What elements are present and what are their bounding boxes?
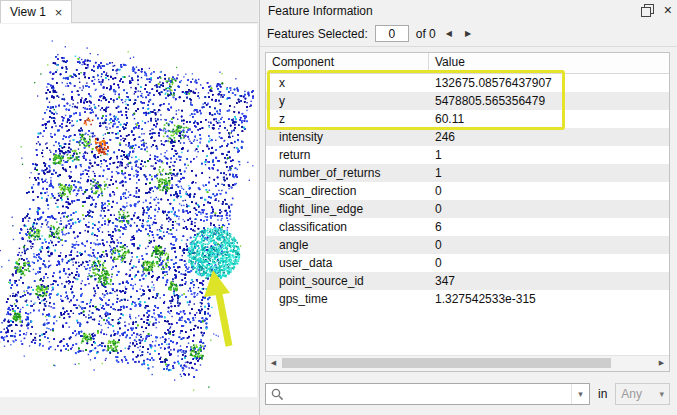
component-cell: x xyxy=(266,74,429,92)
value-cell: 246 xyxy=(429,128,455,146)
table-row[interactable]: y5478805.565356479 xyxy=(266,92,669,110)
component-cell: z xyxy=(266,110,429,128)
component-cell: classification xyxy=(266,218,429,236)
of-count-label: of 0 xyxy=(416,27,436,41)
column-header-component[interactable]: Component xyxy=(266,53,429,73)
table-row[interactable]: number_of_returns1 xyxy=(266,164,669,182)
search-row: ▾ in Any ▾ xyxy=(265,383,670,405)
search-icon xyxy=(271,388,284,404)
table-row[interactable]: x132675.08576437907 xyxy=(266,74,669,92)
feature-table: Component Value x132675.08576437907y5478… xyxy=(265,52,670,372)
value-cell: 1.327542533e-315 xyxy=(429,290,536,308)
component-cell: return xyxy=(266,146,429,164)
tab-close-icon[interactable]: × xyxy=(55,6,63,19)
value-cell: 5478805.565356479 xyxy=(429,92,545,110)
table-row[interactable]: user_data0 xyxy=(266,254,669,272)
component-cell: angle xyxy=(266,236,429,254)
column-header-value[interactable]: Value xyxy=(429,53,471,73)
value-cell: 60.11 xyxy=(429,110,464,128)
view-tab[interactable]: View 1 × xyxy=(0,0,72,23)
close-button[interactable]: × xyxy=(664,3,672,17)
table-row[interactable]: classification6 xyxy=(266,218,669,236)
value-cell: 1 xyxy=(429,146,442,164)
prev-feature-button[interactable]: ◀ xyxy=(443,29,455,38)
value-cell: 132675.08576437907 xyxy=(429,74,552,92)
component-cell: flight_line_edge xyxy=(266,200,429,218)
value-cell: 347 xyxy=(429,272,455,290)
view-tab-bar: View 1 × xyxy=(0,0,258,23)
component-cell: y xyxy=(266,92,429,110)
table-row[interactable]: return1 xyxy=(266,146,669,164)
in-label: in xyxy=(598,387,607,401)
value-cell: 0 xyxy=(429,236,442,254)
table-row[interactable]: z60.11 xyxy=(266,110,669,128)
component-cell: point_source_id xyxy=(266,272,429,290)
component-cell: user_data xyxy=(266,254,429,272)
table-header: Component Value xyxy=(266,53,669,74)
float-button[interactable] xyxy=(641,3,655,17)
search-dropdown-arrow-icon[interactable]: ▾ xyxy=(571,384,589,404)
panel-title: Feature Information xyxy=(260,0,637,21)
scroll-left-button[interactable]: ◀ xyxy=(266,356,281,370)
table-row[interactable]: angle0 xyxy=(266,236,669,254)
value-cell: 6 xyxy=(429,218,442,236)
features-selected-label: Features Selected: xyxy=(267,27,368,41)
value-cell: 0 xyxy=(429,254,442,272)
table-row[interactable]: intensity246 xyxy=(266,128,669,146)
table-body: x132675.08576437907y5478805.565356479z60… xyxy=(266,74,669,308)
table-row[interactable]: gps_time1.327542533e-315 xyxy=(266,290,669,308)
value-cell: 0 xyxy=(429,200,442,218)
view-tab-label: View 1 xyxy=(10,5,46,19)
table-row[interactable]: scan_direction0 xyxy=(266,182,669,200)
component-cell: scan_direction xyxy=(266,182,429,200)
component-cell: intensity xyxy=(266,128,429,146)
table-row[interactable]: point_source_id347 xyxy=(266,272,669,290)
value-cell: 0 xyxy=(429,182,442,200)
feature-information-panel: Feature Information × Features Selected:… xyxy=(259,0,677,415)
search-box: ▾ xyxy=(265,383,590,405)
float-window-icon xyxy=(641,4,654,17)
scrollbar-thumb[interactable] xyxy=(282,358,611,368)
view-pane: View 1 × xyxy=(0,0,258,415)
search-input[interactable] xyxy=(288,385,571,405)
next-feature-button[interactable]: ▶ xyxy=(462,29,474,38)
point-cloud-view[interactable] xyxy=(0,24,257,397)
component-cell: number_of_returns xyxy=(266,164,429,182)
scroll-right-button[interactable]: ▶ xyxy=(654,356,669,370)
table-row[interactable]: flight_line_edge0 xyxy=(266,200,669,218)
filter-value: Any xyxy=(621,387,642,401)
features-selected-row: Features Selected: 0 of 0 ◀ ▶ xyxy=(260,21,677,47)
component-cell: gps_time xyxy=(266,290,429,308)
features-selected-spinbox[interactable]: 0 xyxy=(375,25,409,42)
filter-dropdown[interactable]: Any ▾ xyxy=(615,383,670,405)
value-cell: 1 xyxy=(429,164,442,182)
chevron-down-icon: ▾ xyxy=(659,389,664,399)
horizontal-scrollbar[interactable]: ◀ ▶ xyxy=(266,355,669,371)
map-viewport xyxy=(0,24,257,397)
